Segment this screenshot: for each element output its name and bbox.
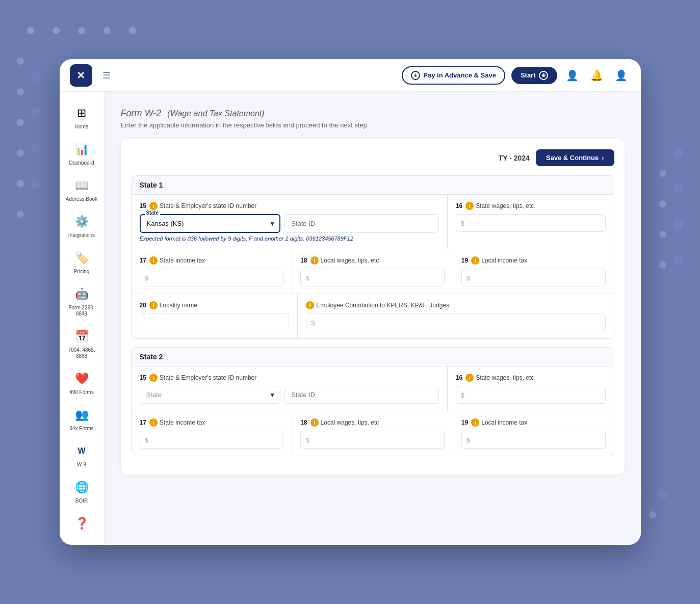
field19-number: 19: [461, 257, 468, 264]
sidebar-item-form2290[interactable]: 🤖 Form 2290, 8849: [62, 281, 101, 321]
field17-dollar-sign: $: [145, 274, 148, 281]
start-button[interactable]: Start ⊕: [511, 67, 557, 84]
state1-field19-input[interactable]: [461, 269, 606, 286]
state1-field16-label: 16 i State wages, tips, etc: [456, 202, 606, 210]
sidebar-item-address-book[interactable]: 📖 Address Book: [62, 172, 101, 206]
sidebar-item-home[interactable]: ⊞ Home: [62, 100, 101, 134]
sidebar-item-w9[interactable]: W W-9: [62, 438, 101, 472]
state1-row2: 17 i State income tax $: [132, 249, 614, 294]
state1-field20-input[interactable]: [140, 313, 290, 331]
boir-icon: 🌐: [72, 478, 91, 496]
chevron-right-icon: ›: [602, 154, 604, 162]
contacts-icon-button[interactable]: 👤: [563, 66, 582, 85]
state2-field16-input[interactable]: [456, 386, 606, 404]
logo-text: ✕: [76, 69, 85, 82]
state2-field17-label-text: State income tax: [160, 419, 205, 426]
state2-field16-dollar: $: [461, 391, 464, 399]
save-continue-button[interactable]: Save & Continue ›: [536, 149, 614, 166]
bell-icon: 🔔: [590, 69, 603, 82]
field20-info-icon[interactable]: i: [149, 301, 158, 309]
state2-field16-cell: 16 i State wages, tips, etc $: [448, 366, 614, 411]
7004-icon: 📅: [72, 327, 91, 346]
svg-point-18: [673, 255, 683, 265]
svg-point-15: [673, 148, 683, 158]
bell-icon-button[interactable]: 🔔: [588, 66, 606, 85]
sidebar-item-integrations[interactable]: ⚙️ Integrations: [62, 208, 101, 243]
sidebar-label-boir: BOIR: [75, 498, 88, 504]
svg-point-4: [129, 27, 136, 34]
state2-field19-input-wrap: $: [461, 431, 606, 449]
state1-field17-input[interactable]: [140, 269, 284, 286]
svg-point-8: [17, 149, 24, 156]
state2-field15-info-icon[interactable]: i: [149, 374, 158, 382]
state2-state-id-input[interactable]: [284, 386, 439, 404]
state1-kpers-cell: i Employee Contribution to KPERS, KP&F, …: [298, 294, 613, 338]
state2-field17-dollar: $: [145, 436, 148, 443]
form-name: Form W-2: [121, 108, 162, 118]
state1-state-select[interactable]: Kansas (KS): [140, 214, 281, 233]
990forms-icon: ❤️: [72, 370, 91, 388]
start-label: Start: [521, 71, 536, 79]
field16-info-icon[interactable]: i: [465, 202, 474, 210]
svg-point-5: [17, 58, 24, 65]
sidebar-item-pricing[interactable]: 🏷️ Pricing: [62, 245, 101, 279]
kpers-info-icon[interactable]: i: [306, 301, 314, 309]
sidebar-item-990forms[interactable]: ❤️ 990 Forms: [62, 365, 101, 400]
state2-field16-info-icon[interactable]: i: [465, 374, 474, 382]
state2-field18-input-wrap: $: [300, 431, 445, 449]
svg-point-1: [53, 27, 60, 34]
hamburger-button[interactable]: ☰: [98, 66, 115, 85]
sidebar-item-7004[interactable]: 📅 7004, 4868, 8868: [62, 323, 101, 363]
user-icon-button[interactable]: 👤: [612, 66, 631, 85]
state2-field17-input[interactable]: [140, 431, 284, 449]
state2-field15-inputs: State ▼: [140, 386, 439, 404]
svg-point-31: [649, 511, 656, 518]
state1-field16-input[interactable]: [456, 214, 606, 232]
state2-field15-cell: 15 i State & Employer's state ID number …: [132, 366, 448, 411]
svg-point-2: [78, 27, 85, 34]
field17-info-icon[interactable]: i: [149, 256, 158, 265]
state1-field15-inputs: State Kansas (KS) ▼: [140, 214, 439, 233]
sidebar-label-w9: W-9: [77, 462, 86, 468]
state2-field18-info-icon[interactable]: i: [310, 418, 319, 427]
sidebar-item-dashboard[interactable]: 📊 Dashboard: [62, 136, 101, 170]
kpers-dollar-sign: $: [311, 319, 315, 326]
state1-field19-cell: 19 i Local income tax $: [453, 249, 614, 294]
pay-advance-button[interactable]: + Pay in Advance & Save: [402, 66, 505, 85]
content-area: Form W-2 (Wage and Tax Statement) Enter …: [105, 92, 641, 545]
sidebar-item-help[interactable]: ❓: [62, 510, 101, 537]
svg-point-0: [27, 27, 34, 34]
state2-field17-info-icon[interactable]: i: [149, 418, 158, 427]
field18-dollar-sign: $: [305, 274, 309, 281]
state1-field18-input[interactable]: [300, 269, 445, 286]
sidebar-label-home: Home: [75, 124, 89, 130]
logo[interactable]: ✕: [70, 64, 92, 87]
integrations-icon: ⚙️: [72, 213, 91, 231]
state2-field17-label: 17 i State income tax: [140, 418, 284, 427]
field18-info-icon[interactable]: i: [310, 256, 319, 265]
start-circle-icon: ⊕: [539, 71, 548, 80]
field19-info-icon[interactable]: i: [471, 256, 479, 265]
svg-point-27: [658, 489, 668, 500]
state2-field18-input[interactable]: [300, 431, 445, 449]
state2-state-select[interactable]: State: [140, 386, 281, 404]
sidebar-label-7004: 7004, 4868, 8868: [65, 347, 98, 359]
state1-field19-label: 19 i Local income tax: [461, 256, 606, 265]
state1-state-id-input[interactable]: [284, 214, 439, 233]
state1-field20-label: 20 i Locality name: [140, 301, 290, 309]
state2-field19-dollar: $: [466, 436, 470, 443]
sidebar-item-94xforms[interactable]: 👥 94x Forms: [62, 402, 101, 436]
pay-advance-label: Pay in Advance & Save: [423, 71, 496, 79]
state2-field19-input[interactable]: [461, 431, 606, 449]
state2-field19-info-icon[interactable]: i: [471, 418, 479, 427]
sidebar-label-990forms: 990 Forms: [69, 389, 94, 396]
svg-point-22: [659, 261, 666, 269]
state2-field15-label-text: State & Employer's state ID number: [160, 374, 256, 381]
field16-number: 16: [456, 202, 462, 209]
state1-kpers-input[interactable]: [306, 313, 605, 331]
state1-header: State 1: [132, 176, 614, 195]
page-title: Form W-2 (Wage and Tax Statement): [121, 106, 625, 119]
field15-info-icon[interactable]: i: [149, 202, 158, 210]
sidebar-item-boir[interactable]: 🌐 BOIR: [62, 474, 101, 508]
state1-field17-label: 17 i State income tax: [140, 256, 284, 265]
